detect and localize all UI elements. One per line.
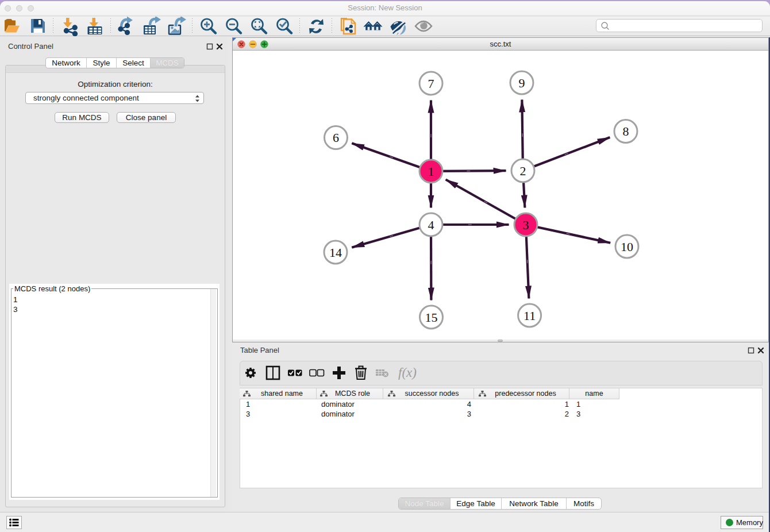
svg-text:14: 14 [329, 245, 342, 260]
svg-text:1: 1 [428, 164, 434, 179]
svg-text:f(x): f(x) [398, 365, 417, 380]
svg-text:2: 2 [520, 164, 526, 178]
svg-text:11: 11 [523, 309, 536, 323]
svg-text:4: 4 [428, 218, 434, 232]
svg-text:8: 8 [623, 124, 629, 138]
svg-text:7: 7 [428, 76, 434, 91]
svg-text:15: 15 [425, 310, 438, 325]
svg-text:3: 3 [523, 218, 529, 232]
svg-text:9: 9 [519, 76, 525, 90]
svg-text:10: 10 [621, 240, 633, 254]
svg-text:6: 6 [333, 130, 339, 145]
